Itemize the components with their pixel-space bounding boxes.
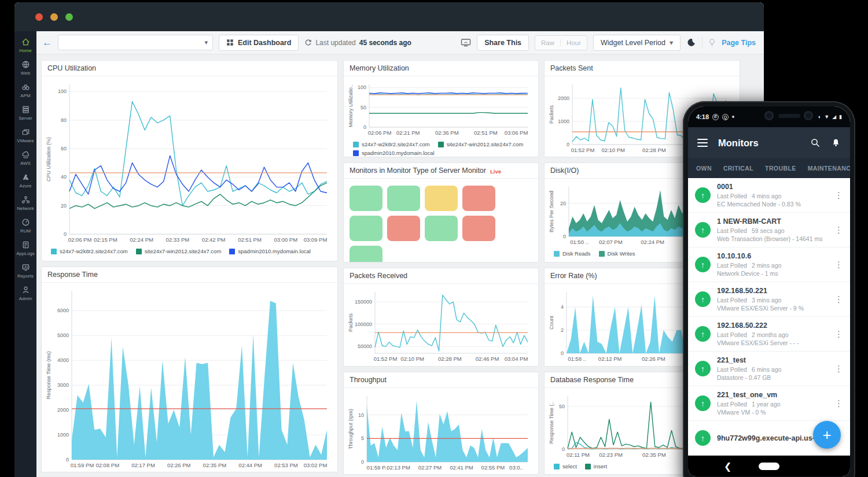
- monitor-tile-up[interactable]: [425, 216, 458, 241]
- raw-option[interactable]: Raw: [535, 39, 560, 46]
- kebab-menu-icon[interactable]: ⋮: [832, 294, 845, 305]
- page-tips-link[interactable]: Page Tips: [722, 39, 756, 47]
- sidebar-item-vmware[interactable]: VMware: [14, 127, 36, 143]
- hamburger-menu-icon[interactable]: [697, 139, 708, 147]
- monitor-last-polled: Last Polled1 year ago: [717, 401, 826, 408]
- monitor-list-item[interactable]: ↑ 0001 Last Polled4 mins ago EC Memcache…: [688, 178, 850, 213]
- svg-text:02:10 PM: 02:10 PM: [601, 147, 625, 153]
- close-button[interactable]: [35, 13, 43, 21]
- monitor-tile-critical[interactable]: [462, 186, 495, 211]
- panel-title: Packets Received: [350, 272, 407, 280]
- svg-text:03:00 PM: 03:00 PM: [274, 236, 297, 243]
- monitor-list-item[interactable]: ↑ 221_test_one_vm Last Polled1 year ago …: [688, 386, 850, 421]
- monitor-tile-up[interactable]: [387, 186, 420, 211]
- panel-throughput: Throughput 051001:59 P..02:13 PM02:27 PM…: [343, 372, 539, 475]
- legend-item: s24x7-w2k8r2.site24x7.com: [353, 141, 430, 147]
- sidebar-item-home[interactable]: Home: [14, 37, 36, 53]
- svg-text:02:51 PM: 02:51 PM: [474, 130, 498, 136]
- monitor-list-item[interactable]: ↑ 10.10.10.6 Last Polled2 mins ago Netwo…: [688, 247, 850, 282]
- monitor-detail: Network Device - 1 ms: [717, 270, 826, 277]
- sidebar-item-network[interactable]: Network: [14, 195, 36, 211]
- svg-text:02:06 PM: 02:06 PM: [368, 130, 392, 136]
- tab-own[interactable]: OWN: [690, 158, 718, 178]
- share-screen-icon[interactable]: [461, 38, 471, 47]
- android-back-icon[interactable]: ❮: [724, 461, 731, 472]
- monitor-list-item[interactable]: ↑ 192.168.50.221 Last Polled3 mins ago V…: [688, 282, 850, 317]
- sidebar: Home Web APM Server VMware: [14, 31, 36, 477]
- monitor-tile-critical[interactable]: [462, 216, 495, 241]
- tab-trouble[interactable]: TROUBLE: [759, 158, 802, 178]
- share-this-button[interactable]: Share This: [477, 35, 529, 51]
- monitor-name: 1 NEW-RBM-CART: [717, 217, 826, 225]
- toolbar: ← ▾ Edit Dashboard Last updated 45 secon…: [36, 31, 764, 54]
- kebab-menu-icon[interactable]: ⋮: [832, 329, 845, 339]
- legend-item: select: [554, 463, 577, 469]
- monitor-list-item[interactable]: ↑ 192.168.50.222 Last Polled2 months ago…: [688, 317, 850, 352]
- sidebar-item-applogs[interactable]: AppLogs: [14, 240, 36, 256]
- search-icon[interactable]: [810, 138, 821, 148]
- monitor-last-polled: Last Polled2 mins ago: [717, 262, 826, 269]
- edit-dashboard-button[interactable]: Edit Dashboard: [219, 35, 299, 51]
- sidebar-item-azure[interactable]: Azure: [14, 172, 36, 188]
- monitor-list-item[interactable]: ↑ 221_test Last Polled6 mins ago Datasto…: [688, 352, 850, 386]
- dashboard-grid: CPU Utilization 02040608010002:06 PM02:1…: [36, 54, 764, 477]
- memory-utilization-chart: 05010002:06 PM02:21 PM02:36 PM02:51 PM03…: [347, 80, 532, 138]
- android-home-pill[interactable]: [759, 463, 779, 470]
- panel-response-time: Response Time 01000200030004000500060000…: [41, 267, 338, 472]
- svg-text:02:46 PM: 02:46 PM: [476, 356, 499, 362]
- svg-text:02:53 PM: 02:53 PM: [274, 462, 298, 468]
- sidebar-item-web[interactable]: Web: [14, 60, 36, 76]
- tab-critical[interactable]: CRITICAL: [718, 158, 759, 178]
- kebab-menu-icon[interactable]: ⋮: [832, 398, 845, 409]
- svg-text:02:55 PM: 02:55 PM: [481, 464, 505, 471]
- monitor-tile-critical[interactable]: [387, 216, 420, 241]
- kebab-menu-icon[interactable]: ⋮: [832, 225, 845, 235]
- dark-mode-moon-icon[interactable]: [686, 38, 696, 47]
- kebab-menu-icon[interactable]: ⋮: [832, 190, 845, 201]
- dashboard-select[interactable]: ▾: [58, 35, 213, 50]
- sidebar-item-reports[interactable]: Reports: [14, 262, 36, 279]
- tab-maintenance[interactable]: MAINTENANCE: [802, 158, 850, 178]
- panel-packets-received: Packets Received 5000010000015000001:52 …: [343, 268, 539, 367]
- sidebar-item-admin[interactable]: Admin: [14, 285, 36, 301]
- svg-text:02:27 PM: 02:27 PM: [418, 464, 442, 471]
- back-arrow-button[interactable]: ←: [42, 37, 52, 49]
- live-badge: Live: [490, 168, 501, 175]
- minimize-button[interactable]: [50, 13, 58, 21]
- svg-text:02:12 PM: 02:12 PM: [598, 356, 622, 362]
- sidebar-item-server[interactable]: Server: [14, 105, 36, 121]
- svg-text:0: 0: [363, 124, 366, 130]
- svg-text:03:06 PM: 03:06 PM: [505, 130, 528, 136]
- monitor-tile-trouble[interactable]: [425, 186, 458, 211]
- svg-text:0: 0: [562, 446, 565, 452]
- sidebar-item-aws[interactable]: AWS: [14, 150, 36, 166]
- packets-received-chart: 5000010000015000001:52 PM02:10 PM02:28 P…: [347, 287, 532, 364]
- monitor-last-polled: Last Polled4 mins ago: [717, 193, 826, 199]
- panel-title: Monitors in Monitor Type of Server Monit…: [350, 167, 486, 175]
- kebab-menu-icon[interactable]: ⋮: [832, 364, 845, 374]
- widget-level-period-select[interactable]: Widget Level Period ▾: [593, 35, 681, 51]
- panel-title: Packets Sent: [550, 64, 593, 72]
- sidebar-item-apm[interactable]: APM: [14, 82, 36, 98]
- network-icon: [21, 195, 31, 205]
- monitor-tile-up[interactable]: [350, 246, 382, 262]
- add-monitor-fab[interactable]: +: [813, 421, 841, 449]
- monitor-name: 192.168.50.221: [717, 287, 826, 295]
- monitor-tile-up[interactable]: [350, 186, 382, 211]
- panel-title: CPU Utilization: [47, 64, 96, 72]
- server-icon: [21, 105, 31, 114]
- bell-icon[interactable]: [831, 138, 841, 148]
- panel-cpu-utilization: CPU Utilization 02040608010002:06 PM02:1…: [41, 60, 338, 261]
- svg-text:01:59 P..: 01:59 P..: [367, 464, 388, 471]
- refresh-icon[interactable]: [304, 39, 312, 46]
- phone-navbar: ❮: [688, 456, 850, 476]
- monitor-list-item[interactable]: ↑ 1 NEW-RBM-CART Last Polled59 secs ago …: [688, 213, 850, 247]
- hour-option[interactable]: Hour: [560, 39, 587, 46]
- svg-text:02:08 PM: 02:08 PM: [95, 462, 119, 468]
- sidebar-item-rum[interactable]: RUM: [14, 217, 36, 234]
- signal-icon: ◢: [832, 114, 836, 120]
- monitor-name: 0001: [717, 183, 826, 191]
- monitor-tile-up[interactable]: [350, 216, 382, 241]
- maximize-button[interactable]: [65, 13, 73, 21]
- kebab-menu-icon[interactable]: ⋮: [832, 260, 845, 270]
